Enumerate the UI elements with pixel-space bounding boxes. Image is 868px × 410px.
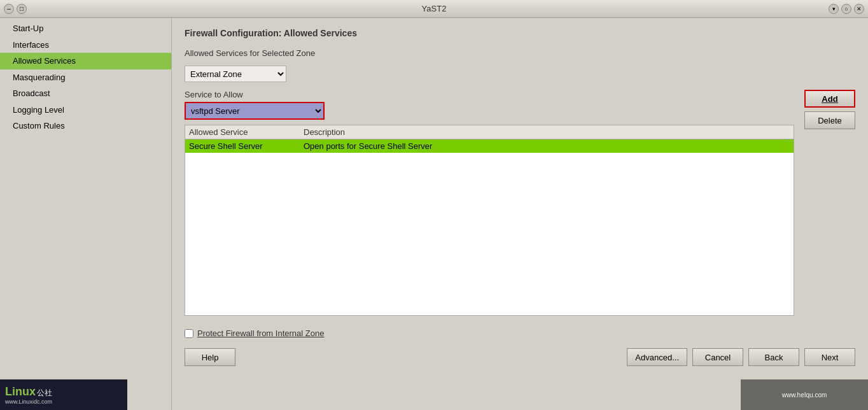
right-watermark: www.heIqu.com: [782, 392, 827, 399]
roll-up-icon: ▾: [832, 6, 836, 12]
section-title: Firewall Configuration: Allowed Services: [185, 28, 855, 38]
delete-button[interactable]: Delete: [804, 111, 855, 129]
table-cell-description: Open ports for Secure Shell Server: [304, 141, 432, 151]
advanced-button[interactable]: Advanced...: [627, 348, 687, 366]
back-button[interactable]: Back: [748, 348, 799, 366]
close-button[interactable]: ✕: [854, 4, 864, 14]
branding-url: www.Linuxidc.com: [5, 399, 52, 405]
service-select-wrapper: vsftpd Server Secure Shell Server HTTP S…: [185, 102, 794, 120]
restore-button[interactable]: □: [17, 4, 27, 14]
branding-right: www.heIqu.com: [741, 379, 868, 410]
table-wrapper-outer: Allowed Service Description Secure Shell…: [185, 125, 794, 316]
sidebar-item-allowed-services[interactable]: Allowed Services: [0, 53, 171, 69]
restore-icon: □: [20, 5, 24, 12]
titlebar-right-controls: ▾ ○ ✕: [829, 4, 864, 14]
protect-checkbox[interactable]: [185, 329, 193, 338]
cancel-button[interactable]: Cancel: [692, 348, 743, 366]
col-header-service: Allowed Service: [189, 127, 291, 137]
maximize-button[interactable]: ○: [841, 4, 851, 14]
service-section: Service to Allow vsftpd Server Secure Sh…: [185, 90, 855, 316]
minimize-button[interactable]: –: [4, 4, 14, 14]
public-text: 公社: [37, 388, 52, 399]
col-header-description: Description: [304, 127, 345, 137]
content-area: Firewall Configuration: Allowed Services…: [172, 18, 868, 410]
zone-select[interactable]: External Zone Internal Zone DMZ Zone: [185, 66, 286, 82]
linux-logo: Linux 公社: [5, 385, 52, 399]
close-icon: ✕: [857, 6, 862, 12]
right-buttons: Add Delete: [804, 90, 855, 129]
protect-label: Protect Firewall from Internal Zone: [197, 329, 324, 338]
sidebar-item-masquerading[interactable]: Masquerading: [0, 69, 171, 86]
service-left: Service to Allow vsftpd Server Secure Sh…: [185, 90, 794, 316]
sidebar-item-logging-level[interactable]: Logging Level: [0, 102, 171, 118]
zone-label: Allowed Services for Selected Zone: [185, 48, 855, 58]
minimize-icon: –: [7, 5, 11, 12]
sidebar: Start-Up Interfaces Allowed Services Mas…: [0, 18, 172, 410]
next-button[interactable]: Next: [804, 348, 855, 366]
table-section: Allowed Service Description Secure Shell…: [185, 125, 794, 316]
protect-row: Protect Firewall from Internal Zone: [185, 329, 855, 338]
main-container: Start-Up Interfaces Allowed Services Mas…: [0, 18, 868, 410]
footer-right-group: Advanced... Cancel Back Next: [627, 348, 855, 366]
maximize-icon: ○: [844, 6, 848, 12]
linux-text: Linux: [5, 385, 36, 399]
table-wrapper: Allowed Service Description Secure Shell…: [185, 125, 794, 316]
sidebar-item-startup[interactable]: Start-Up: [0, 20, 171, 37]
footer-buttons: Help Advanced... Cancel Back Next: [185, 348, 855, 366]
table-row[interactable]: Secure Shell Server Open ports for Secur…: [185, 139, 794, 153]
table-cell-service: Secure Shell Server: [189, 141, 291, 151]
table-header: Allowed Service Description: [185, 125, 794, 139]
service-select[interactable]: vsftpd Server Secure Shell Server HTTP S…: [185, 102, 325, 120]
branding-left: Linux 公社 www.Linuxidc.com: [0, 379, 127, 410]
add-button[interactable]: Add: [804, 90, 855, 108]
sidebar-item-custom-rules[interactable]: Custom Rules: [0, 118, 171, 134]
service-to-allow-label: Service to Allow: [185, 90, 794, 99]
roll-up-button[interactable]: ▾: [829, 4, 839, 14]
zone-row: External Zone Internal Zone DMZ Zone: [185, 66, 855, 82]
titlebar-controls: – □: [4, 4, 27, 14]
sidebar-item-interfaces[interactable]: Interfaces: [0, 37, 171, 53]
linux-brand: Linux 公社 www.Linuxidc.com: [5, 385, 52, 405]
titlebar: – □ YaST2 ▾ ○ ✕: [0, 0, 868, 18]
help-button[interactable]: Help: [185, 348, 235, 366]
window-title: YaST2: [422, 4, 447, 13]
sidebar-item-broadcast[interactable]: Broadcast: [0, 85, 171, 102]
